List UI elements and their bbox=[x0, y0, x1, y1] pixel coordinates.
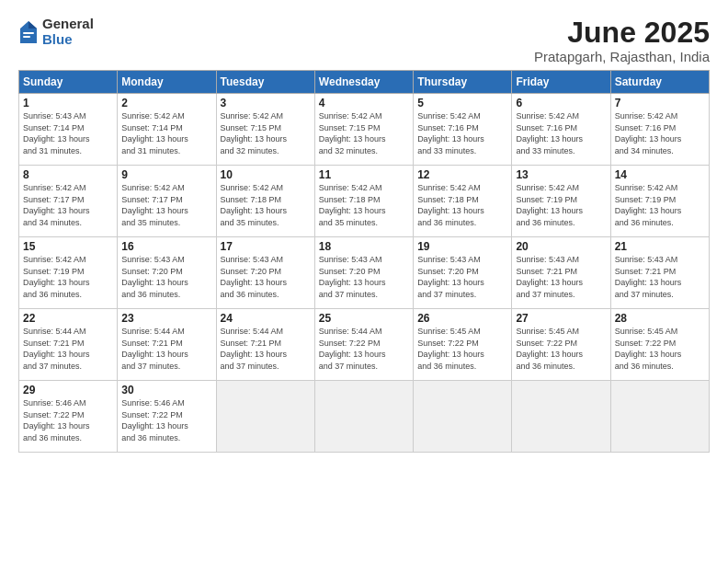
location: Pratapgarh, Rajasthan, India bbox=[534, 49, 710, 64]
calendar-day-22: 22Sunrise: 5:44 AMSunset: 7:21 PMDayligh… bbox=[19, 309, 118, 381]
calendar-day-23: 23Sunrise: 5:44 AMSunset: 7:21 PMDayligh… bbox=[118, 309, 216, 381]
month-title: June 2025 bbox=[534, 17, 710, 49]
calendar-day-14: 14Sunrise: 5:42 AMSunset: 7:19 PMDayligh… bbox=[610, 166, 709, 237]
calendar-day-empty-w4c5 bbox=[512, 381, 610, 453]
calendar-day-3: 3Sunrise: 5:42 AMSunset: 7:15 PMDaylight… bbox=[216, 94, 314, 166]
calendar-day-18: 18Sunrise: 5:43 AMSunset: 7:20 PMDayligh… bbox=[314, 237, 413, 309]
calendar-day-empty-w4c6 bbox=[610, 381, 709, 453]
header-thursday: Thursday bbox=[414, 71, 512, 94]
logo: General Blue bbox=[18, 17, 94, 47]
calendar-day-15: 15Sunrise: 5:42 AMSunset: 7:19 PMDayligh… bbox=[19, 237, 118, 309]
calendar-day-20: 20Sunrise: 5:43 AMSunset: 7:21 PMDayligh… bbox=[512, 237, 610, 309]
calendar-day-9: 9Sunrise: 5:42 AMSunset: 7:17 PMDaylight… bbox=[118, 166, 216, 237]
calendar-day-10: 10Sunrise: 5:42 AMSunset: 7:18 PMDayligh… bbox=[216, 166, 314, 237]
calendar-day-12: 12Sunrise: 5:42 AMSunset: 7:18 PMDayligh… bbox=[414, 166, 512, 237]
calendar-day-7: 7Sunrise: 5:42 AMSunset: 7:16 PMDaylight… bbox=[610, 94, 709, 166]
header: General Blue June 2025 Pratapgarh, Rajas… bbox=[18, 17, 710, 64]
calendar-day-28: 28Sunrise: 5:45 AMSunset: 7:22 PMDayligh… bbox=[610, 309, 709, 381]
calendar-day-1: 1Sunrise: 5:43 AMSunset: 7:14 PMDaylight… bbox=[19, 94, 118, 166]
calendar-day-5: 5Sunrise: 5:42 AMSunset: 7:16 PMDaylight… bbox=[414, 94, 512, 166]
calendar-day-17: 17Sunrise: 5:43 AMSunset: 7:20 PMDayligh… bbox=[216, 237, 314, 309]
header-tuesday: Tuesday bbox=[216, 71, 314, 94]
calendar-day-26: 26Sunrise: 5:45 AMSunset: 7:22 PMDayligh… bbox=[414, 309, 512, 381]
calendar-day-13: 13Sunrise: 5:42 AMSunset: 7:19 PMDayligh… bbox=[512, 166, 610, 237]
calendar-day-4: 4Sunrise: 5:42 AMSunset: 7:15 PMDaylight… bbox=[314, 94, 413, 166]
calendar-day-empty-w4c2 bbox=[216, 381, 314, 453]
calendar-day-16: 16Sunrise: 5:43 AMSunset: 7:20 PMDayligh… bbox=[118, 237, 216, 309]
calendar-day-11: 11Sunrise: 5:42 AMSunset: 7:18 PMDayligh… bbox=[314, 166, 413, 237]
calendar-day-29: 29Sunrise: 5:46 AMSunset: 7:22 PMDayligh… bbox=[19, 381, 118, 453]
header-wednesday: Wednesday bbox=[314, 71, 413, 94]
title-section: June 2025 Pratapgarh, Rajasthan, India bbox=[534, 17, 710, 64]
calendar-day-21: 21Sunrise: 5:43 AMSunset: 7:21 PMDayligh… bbox=[610, 237, 709, 309]
calendar-day-30: 30Sunrise: 5:46 AMSunset: 7:22 PMDayligh… bbox=[118, 381, 216, 453]
calendar-day-8: 8Sunrise: 5:42 AMSunset: 7:17 PMDaylight… bbox=[19, 166, 118, 237]
calendar-day-19: 19Sunrise: 5:43 AMSunset: 7:20 PMDayligh… bbox=[414, 237, 512, 309]
logo-icon bbox=[18, 19, 39, 45]
svg-marker-1 bbox=[28, 21, 37, 29]
calendar-day-empty-w4c3 bbox=[314, 381, 413, 453]
header-monday: Monday bbox=[118, 71, 216, 94]
calendar-day-6: 6Sunrise: 5:42 AMSunset: 7:16 PMDaylight… bbox=[512, 94, 610, 166]
header-sunday: Sunday bbox=[19, 71, 118, 94]
weekday-header-row: Sunday Monday Tuesday Wednesday Thursday… bbox=[19, 71, 710, 94]
logo-general: General bbox=[42, 17, 94, 32]
svg-rect-3 bbox=[23, 36, 30, 38]
calendar-day-empty-w4c4 bbox=[414, 381, 512, 453]
header-friday: Friday bbox=[512, 71, 610, 94]
calendar-day-2: 2Sunrise: 5:42 AMSunset: 7:14 PMDaylight… bbox=[118, 94, 216, 166]
calendar-table: Sunday Monday Tuesday Wednesday Thursday… bbox=[18, 70, 710, 453]
calendar-day-25: 25Sunrise: 5:44 AMSunset: 7:22 PMDayligh… bbox=[314, 309, 413, 381]
page-container: General Blue June 2025 Pratapgarh, Rajas… bbox=[0, 0, 728, 462]
svg-rect-2 bbox=[23, 32, 34, 34]
logo-blue: Blue bbox=[42, 32, 94, 48]
calendar-day-24: 24Sunrise: 5:44 AMSunset: 7:21 PMDayligh… bbox=[216, 309, 314, 381]
header-saturday: Saturday bbox=[610, 71, 709, 94]
calendar-day-27: 27Sunrise: 5:45 AMSunset: 7:22 PMDayligh… bbox=[512, 309, 610, 381]
logo-text: General Blue bbox=[42, 17, 94, 47]
